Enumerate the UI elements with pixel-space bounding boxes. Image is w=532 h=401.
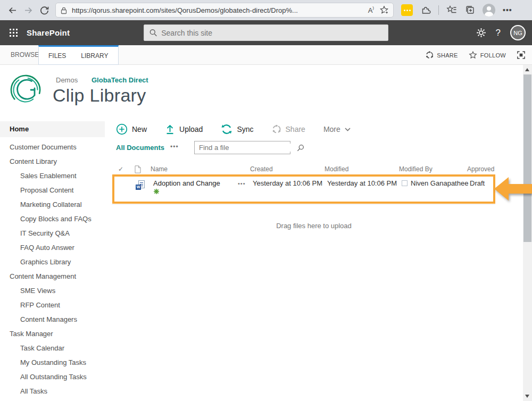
extensions-icon[interactable] <box>420 5 431 15</box>
sidebar-item-sme-views[interactable]: SME Views <box>0 283 105 298</box>
sharepoint-brand[interactable]: SharePoint <box>27 28 70 37</box>
browser-back-button[interactable] <box>4 2 20 18</box>
view-more-ellipsis[interactable]: ••• <box>170 143 179 151</box>
breadcrumb-demos[interactable]: Demos <box>56 76 78 84</box>
focus-mode-button[interactable] <box>517 51 526 60</box>
share-label: SHARE <box>437 52 458 59</box>
table-row[interactable]: Adoption and Change ••• Yesterday at 10:… <box>114 177 493 194</box>
read-aloud-button[interactable]: A) <box>368 6 374 14</box>
new-label: New <box>132 125 147 133</box>
sidebar-item-customer-documents[interactable]: Customer Documents <box>0 140 105 154</box>
add-favorite-icon[interactable] <box>379 5 389 15</box>
suite-bar: SharePoint ? NG <box>0 20 532 45</box>
find-file-box[interactable] <box>194 141 290 154</box>
sidebar-item-all-tasks[interactable]: All Tasks <box>0 384 105 398</box>
sidebar-item-it-security-qa[interactable]: IT Security Q&A <box>0 226 105 240</box>
doc-type-column-icon <box>130 164 146 173</box>
sidebar-item-my-oustanding-tasks[interactable]: My Oustanding Tasks <box>0 355 105 370</box>
url-text[interactable]: https://qorus.sharepoint.com/sites/Qorus… <box>72 6 368 14</box>
office-extension-icon[interactable] <box>401 4 413 16</box>
browser-settings-menu-icon[interactable]: ••• <box>503 6 512 14</box>
row-more-ellipsis[interactable]: ••• <box>238 179 253 187</box>
scroll-up-arrow-icon[interactable] <box>525 68 529 71</box>
sidebar-item-sales-enablement[interactable]: Sales Enablement <box>0 169 105 183</box>
follow-label: FOLLOW <box>480 52 506 59</box>
sidebar-item-all-outstanding-tasks[interactable]: All Outstanding Tasks <box>0 370 105 384</box>
sidebar-item-proposal-content[interactable]: Proposal Content <box>0 183 105 197</box>
column-header-modified-by[interactable]: Modified By <box>399 164 467 173</box>
sidebar-item-task-manager[interactable]: Task Manager <box>0 327 105 341</box>
sidebar-item-rfp-content[interactable]: RFP Content <box>0 298 105 312</box>
site-search-box[interactable] <box>144 24 388 41</box>
column-header-created[interactable]: Created <box>250 164 325 173</box>
sidebar-item-marketing-collateral[interactable]: Marketing Collateral <box>0 197 105 212</box>
app-launcher-button[interactable] <box>0 20 27 45</box>
sync-button[interactable]: Sync <box>221 124 253 135</box>
browser-refresh-button[interactable] <box>36 2 52 18</box>
refresh-icon <box>39 5 49 15</box>
modified-by-cell: Niven Ganapathee <box>402 179 470 187</box>
scrollbar-thumb[interactable] <box>523 74 531 242</box>
favorites-bar-icon[interactable] <box>446 5 457 15</box>
gear-icon[interactable] <box>476 28 486 38</box>
sidebar-item-content-managers[interactable]: Content Managers <box>0 312 105 327</box>
modified-by-name[interactable]: Niven Ganapathee <box>411 179 468 187</box>
new-button[interactable]: New <box>116 123 147 135</box>
view-selector[interactable]: All Documents <box>116 144 164 152</box>
tab-files[interactable]: FILES <box>41 52 73 60</box>
new-item-icon <box>149 189 238 194</box>
ribbon-tab-group: FILES LIBRARY <box>38 45 119 65</box>
account-avatar[interactable]: NG <box>510 25 526 40</box>
word-file-icon <box>132 179 148 190</box>
search-icon <box>149 29 157 37</box>
sidebar-item-faq-auto-answer[interactable]: FAQ Auto Answer <box>0 240 105 255</box>
waffle-icon <box>10 29 18 37</box>
globatech-logo <box>9 73 42 106</box>
sidebar-item-task-calendar[interactable]: Task Calendar <box>0 341 105 355</box>
sidebar-item-copy-blocks-faqs[interactable]: Copy Blocks and FAQs <box>0 212 105 226</box>
sidebar-item-content-management[interactable]: Content Management <box>0 269 105 283</box>
vertical-scrollbar[interactable] <box>523 65 532 401</box>
browser-forward-button[interactable] <box>20 2 36 18</box>
share-icon <box>426 51 434 59</box>
sidebar-item-home[interactable]: Home <box>0 121 105 137</box>
tab-library[interactable]: LIBRARY <box>73 52 115 60</box>
callout-arrow-icon <box>494 177 532 201</box>
sidebar-item-content-library[interactable]: Content Library <box>0 154 105 169</box>
help-button[interactable]: ? <box>496 28 501 38</box>
more-button[interactable]: More <box>323 125 351 133</box>
breadcrumb-site-link[interactable]: GlobaTech Direct <box>92 76 148 84</box>
screen: https://qorus.sharepoint.com/sites/Qorus… <box>0 0 532 401</box>
toolbar-divider <box>438 5 439 15</box>
modified-cell: Yesterday at 10:06 PM <box>327 179 402 187</box>
share-button[interactable]: SHARE <box>426 51 458 59</box>
share-doc-button[interactable]: Share <box>272 124 305 134</box>
column-header-name[interactable]: Name <box>146 164 235 173</box>
site-search-input[interactable] <box>161 29 383 37</box>
column-header-approved[interactable]: Approved <box>467 164 495 173</box>
find-file-input[interactable] <box>195 144 297 152</box>
address-bar[interactable]: https://qorus.sharepoint.com/sites/Qorus… <box>55 3 394 18</box>
scroll-down-arrow-icon[interactable] <box>525 395 529 398</box>
follow-button[interactable]: FOLLOW <box>469 51 506 60</box>
select-all-checkmark[interactable]: ✓ <box>112 164 130 173</box>
column-header-modified[interactable]: Modified <box>325 164 399 173</box>
find-search-icon[interactable] <box>297 144 304 152</box>
read-aloud-label: A <box>368 6 373 14</box>
upload-label: Upload <box>179 125 203 133</box>
sync-label: Sync <box>237 125 253 133</box>
document-name-link[interactable]: Adoption and Change <box>148 179 238 187</box>
created-cell: Yesterday at 10:06 PM <box>253 179 327 187</box>
row-separator <box>112 204 495 205</box>
presence-checkbox[interactable] <box>402 180 408 186</box>
sidebar-item-graphics-library[interactable]: Graphics Library <box>0 255 105 269</box>
sync-icon <box>221 124 232 135</box>
tab-browse[interactable]: BROWSE <box>11 51 39 59</box>
browser-profile-avatar[interactable] <box>483 4 495 16</box>
focus-icon <box>517 51 526 60</box>
more-label: More <box>323 125 340 133</box>
share-circle-icon <box>272 124 281 134</box>
share-doc-label: Share <box>286 125 305 133</box>
collections-icon[interactable] <box>464 5 475 15</box>
upload-button[interactable]: Upload <box>165 124 203 135</box>
